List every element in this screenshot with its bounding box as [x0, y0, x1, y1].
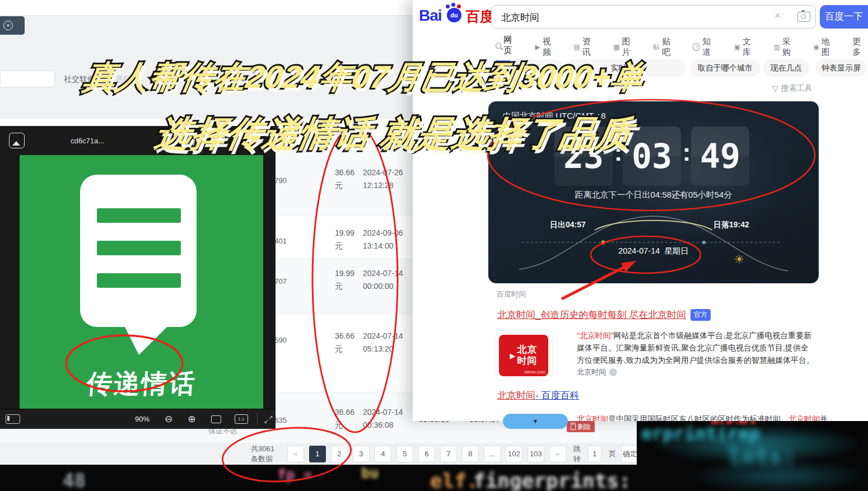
result-title-2[interactable]: 北京时间 - 百度百科 [497, 389, 579, 402]
search-query[interactable]: 北京时间 [501, 11, 539, 24]
result-title-1[interactable]: 北京时间_创造历史的每时每刻 尽在北京时间 官方 [497, 308, 711, 321]
tab-more[interactable]: 更多 [852, 36, 868, 62]
order-date: 2024-09-06 [363, 228, 403, 237]
code-fragment: fp = [277, 466, 312, 483]
filter-search-input[interactable] [0, 71, 55, 87]
baidu-logo[interactable]: Bai [419, 7, 442, 25]
prev-page-button[interactable]: « [287, 446, 304, 462]
confirm-button[interactable]: 确定 [621, 445, 637, 463]
baidu-paw-icon[interactable]: du [447, 8, 461, 22]
related-chip[interactable]: 取自于哪个城市 [690, 59, 760, 77]
fullscreen-icon[interactable]: ↗↙ [264, 415, 273, 424]
result-site-logo[interactable]: ▶ 北京时间 btime.com [494, 330, 553, 381]
zoom-level: 90% [135, 415, 150, 423]
bubble-line [97, 208, 181, 223]
next-page-button[interactable]: » [549, 446, 566, 462]
sun-icon: ☀ [734, 252, 745, 267]
delete-button[interactable]: 删除 [567, 421, 595, 432]
page-button-3[interactable]: 3 [353, 446, 370, 462]
toolbar-divider [257, 413, 258, 425]
page-button-4[interactable]: 4 [375, 446, 391, 462]
overlay-caption-line2: 选择传递情话 就是选择了品质 [151, 110, 636, 158]
jump-page-input[interactable]: 1 [588, 446, 601, 462]
btime-domain: btime.com [525, 370, 545, 375]
total-count: 共3061条数据 [251, 444, 281, 464]
order-date: 2024-07-26 [363, 168, 403, 177]
trash-icon [571, 424, 576, 430]
speech-bubble-logo [80, 175, 197, 327]
filmstrip-icon[interactable] [6, 414, 20, 424]
search-tools[interactable]: ▽ 搜索工具 [772, 83, 813, 93]
page-button-103[interactable]: 103 [528, 446, 544, 462]
widget-source[interactable]: 百度时间 [497, 289, 526, 300]
tab-caigou[interactable]: ▥采购 [774, 36, 797, 62]
close-icon[interactable]: × [3, 21, 13, 30]
related-chip[interactable]: 现在几点 [763, 59, 809, 77]
tab-zhidao[interactable]: ?知道 [693, 36, 717, 62]
order-date: 2024-07-14 [363, 269, 403, 278]
page-button-7[interactable]: 7 [440, 446, 457, 462]
jump-label: 跳转 [573, 444, 583, 464]
code-blur-blob [650, 424, 862, 464]
page-button-6[interactable]: 6 [418, 446, 435, 462]
order-amount: 36.66 [335, 408, 354, 417]
order-time: 12:12:28 [363, 181, 394, 190]
page-ellipsis[interactable]: ... [484, 446, 501, 462]
search-icon [496, 43, 501, 49]
image-caption: 传递情话 [20, 367, 263, 401]
image-icon: ▦ [613, 43, 619, 51]
result-snippet-3: 北京时间是中国采用国际时区东八时区的区时作为标准时间。北京时间并 [577, 414, 840, 421]
funnel-icon: ▽ [772, 84, 778, 93]
tab-map[interactable]: ◉地图 [813, 36, 836, 62]
browser-tag[interactable]: × [0, 16, 25, 35]
order-date: 2024-07-14 [363, 331, 403, 340]
amount-unit: 元 [335, 241, 343, 251]
tieba-icon: 贴 [653, 43, 660, 52]
page-button-5[interactable]: 5 [396, 446, 413, 462]
procurement-icon: ▥ [774, 43, 780, 51]
photo-viewer-window: cd6c71a... ↻ 传递情话 90% ⊖ ⊕ 1:1 ↗↙ [0, 126, 276, 428]
page-button-102[interactable]: 102 [506, 446, 522, 462]
actual-size-icon[interactable]: 1:1 [235, 414, 248, 424]
order-amount: 19.99 [335, 228, 354, 237]
amount-unit: 元 [335, 181, 343, 191]
related-search-pill[interactable]: ▼ [503, 414, 568, 429]
order-time: 05:13:20 [363, 344, 394, 353]
code-fragment: fingerprints: [473, 469, 631, 491]
page-button-1[interactable]: 1 [309, 446, 326, 462]
search-input[interactable] [491, 5, 816, 29]
chevron-down-icon: ▼ [533, 418, 538, 424]
order-amount: 19.99 [335, 269, 354, 278]
news-icon: ▤ [573, 43, 580, 51]
page-button-2[interactable]: 2 [331, 446, 348, 462]
order-time: 00:00:00 [363, 282, 394, 291]
video-icon: ▶ [535, 43, 540, 51]
order-time: 00:36:08 [363, 420, 394, 429]
image-filename: cd6c71a... [71, 137, 104, 145]
overlay-caption-line1: 真人帮传在2024年07月已达到3000+单 [80, 56, 647, 99]
bubble-tail [124, 326, 168, 355]
btime-logo: ▶ 北京时间 btime.com [499, 335, 548, 376]
amount-unit: 元 [335, 282, 343, 292]
zoom-out-icon[interactable]: ⊖ [165, 413, 172, 425]
tab-tieba[interactable]: 贴贴吧 [653, 36, 676, 62]
order-time: 13:14:00 [363, 241, 394, 250]
baidu-logo-cn[interactable]: 百度 [466, 7, 494, 26]
sunrise-countdown: 距离北京下一个日出04:58还有05小时54分 [488, 190, 819, 200]
bubble-line [97, 273, 181, 288]
map-pin-icon: ◉ [813, 43, 819, 51]
page-button-8[interactable]: 8 [462, 446, 479, 462]
play-icon: ▶ [510, 352, 516, 360]
related-chip[interactable]: 钟表显示屏 [815, 59, 867, 77]
fit-to-window-icon[interactable] [211, 415, 221, 423]
tab-wenku[interactable]: ▣文库 [734, 36, 758, 62]
search-button[interactable]: 百度一下 [820, 5, 868, 29]
sunrise-label: 日出04:57 [550, 220, 586, 230]
order-date: 2024-07-14 [363, 408, 403, 417]
image-thumbnail-icon[interactable] [9, 133, 25, 148]
zoom-in-icon[interactable]: ⊕ [188, 413, 195, 425]
code-fragment: elf. [430, 469, 479, 491]
camera-search-icon[interactable] [797, 12, 810, 22]
result-source[interactable]: 北京时间 [577, 367, 617, 377]
clear-search-icon[interactable]: × [774, 10, 781, 22]
